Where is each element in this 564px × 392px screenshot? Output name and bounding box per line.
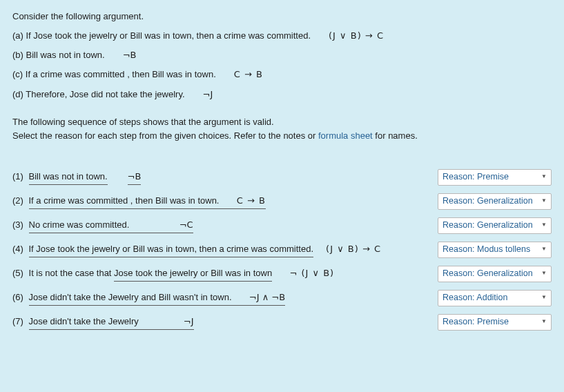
step-text-4: If Jose took the jewelry or Bill was in … <box>29 242 314 257</box>
conclusion-d-symbol: ¬J <box>203 88 213 101</box>
step-num-2: (2) <box>12 195 26 206</box>
reason-select-4[interactable]: Reason: Modus tollens <box>438 242 552 258</box>
premise-c-text: (c) If a crime was committed , then Bill… <box>12 68 216 81</box>
reason-select-5[interactable]: Reason: Generalization <box>438 266 552 282</box>
reason-select-7[interactable]: Reason: Premise <box>438 314 552 331</box>
step-text-2: If a crime was committed , then Bill was… <box>29 195 220 206</box>
reason-select-1[interactable]: Reason: Premise <box>438 169 552 186</box>
step-row-2: (2) If a crime was committed , then Bill… <box>12 193 552 210</box>
premise-c-symbol: C → B <box>234 68 263 81</box>
reason-value-3: Reason: Generalization <box>443 219 533 232</box>
step-num-4: (4) <box>12 244 26 254</box>
step-text-5-pre: It is not the case that <box>29 268 115 278</box>
premise-b-symbol: ¬B <box>123 48 137 62</box>
reason-select-3[interactable]: Reason: Generalization <box>438 217 552 234</box>
premise-a-symbol: (J ∨ B) → C <box>329 29 384 43</box>
step-sym-3: ¬C <box>179 219 193 230</box>
reason-select-2[interactable]: Reason: Generalization <box>438 193 552 210</box>
steps-list: (1) Bill was not in town. ¬B Reason: Pre… <box>12 169 552 331</box>
reason-value-2: Reason: Generalization <box>443 195 533 208</box>
step-num-6: (6) <box>12 292 26 302</box>
step-sym-5: ¬ (J ∨ B) <box>289 268 334 278</box>
reason-value-7: Reason: Premise <box>443 315 509 329</box>
step-row-4: (4) If Jose took the jewelry or Bill was… <box>12 242 552 258</box>
step-sym-4: (J ∨ B) → C <box>326 244 381 254</box>
step-sym-1: ¬B <box>128 170 142 185</box>
reason-value-4: Reason: Modus tollens <box>443 243 530 256</box>
step-num-1: (1) <box>12 171 26 182</box>
step-row-6: (6) Jose didn't take the Jewelry and Bil… <box>12 290 552 306</box>
step-text-3: No crime was committed. <box>29 219 130 230</box>
reason-value-5: Reason: Generalization <box>443 267 533 280</box>
step-row-7: (7) Jose didn't take the Jewelry ¬J Reas… <box>12 314 552 331</box>
step-sym-7: ¬J <box>184 316 194 326</box>
instruction-line1: The following sequence of steps shows th… <box>12 115 552 129</box>
step-row-1: (1) Bill was not in town. ¬B Reason: Pre… <box>12 169 552 186</box>
instruction-line2b: for names. <box>373 130 418 141</box>
step-text-1: Bill was not in town. <box>29 170 108 185</box>
premise-a-text: (a) If Jose took the jewelry or Bill was… <box>12 29 311 43</box>
step-text-7: Jose didn't take the Jewelry <box>29 316 139 326</box>
instruction-line2a: Select the reason for each step from the… <box>12 130 318 141</box>
step-num-7: (7) <box>12 316 23 326</box>
step-text-5-ul: Jose took the jewelry or Bill was in tow… <box>114 266 272 282</box>
step-row-5: (5) It is not the case that Jose took th… <box>12 266 552 282</box>
step-sym-6: ¬J ∧ ¬B <box>249 292 285 302</box>
formula-sheet-link[interactable]: formula sheet <box>318 130 373 141</box>
argument-intro: Consider the following argument. (a) If … <box>12 10 552 101</box>
step-text-6: Jose didn't take the Jewelry and Bill wa… <box>29 292 232 302</box>
instruction-block: The following sequence of steps shows th… <box>12 115 552 143</box>
step-row-3: (3) No crime was committed. ¬C Reason: G… <box>12 217 552 234</box>
reason-select-6[interactable]: Reason: Addition <box>438 290 552 306</box>
conclusion-d-text: (d) Therefore, Jose did not take the jew… <box>12 88 185 101</box>
reason-value-6: Reason: Addition <box>443 291 508 304</box>
step-num-5: (5) <box>12 268 23 278</box>
reason-value-1: Reason: Premise <box>443 170 509 184</box>
intro-title: Consider the following argument. <box>12 10 552 23</box>
premise-b-text: (b) Bill was not in town. <box>12 48 105 62</box>
step-num-3: (3) <box>12 219 26 230</box>
step-sym-2: C → B <box>237 195 266 206</box>
